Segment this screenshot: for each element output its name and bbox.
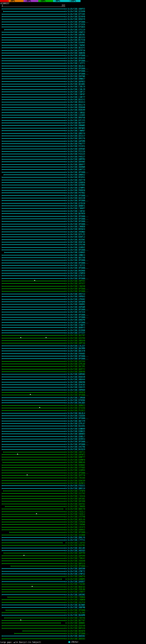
- hit-row[interactable]: UniRef100_Q6JWW5: [0, 604, 146, 606]
- alignment-bar[interactable]: [2, 107, 65, 108]
- hit-row[interactable]: UniRef100_B7TJH5: [0, 13, 146, 16]
- alignment-bar[interactable]: [2, 81, 65, 82]
- hit-row[interactable]: UniRef100_Q7ZU10: [0, 202, 146, 205]
- alignment-bar[interactable]: [2, 74, 65, 74]
- hit-label[interactable]: UniRef100_B57558: [68, 39, 85, 41]
- alignment-bar[interactable]: [2, 24, 65, 25]
- hit-label[interactable]: UniRef100_P15116: [68, 150, 85, 153]
- alignment-bar[interactable]: [2, 584, 65, 584]
- alignment-bar[interactable]: [2, 530, 65, 530]
- alignment-bar[interactable]: [2, 576, 65, 576]
- alignment-bar[interactable]: [2, 460, 65, 460]
- hit-row[interactable]: UniRef100_UPI000...: [0, 223, 146, 226]
- alignment-bar[interactable]: [2, 162, 65, 162]
- hit-row[interactable]: UniRef100_Q62787: [0, 334, 146, 337]
- hit-label[interactable]: UniRef100_A1CFH2: [68, 492, 85, 495]
- hit-row[interactable]: UniRef100_C4QZ48: [0, 285, 146, 288]
- hit-label[interactable]: UniRef100_Q9MTM3: [68, 158, 85, 160]
- hit-row[interactable]: UniRef100_UPI000...: [0, 215, 146, 218]
- hit-label[interactable]: UniRef100_Q7PL60: [68, 363, 85, 365]
- hit-row[interactable]: UniRef100_C5KTA6: [0, 617, 146, 619]
- hit-label[interactable]: UniRef100_A8HP55: [68, 8, 85, 10]
- alignment-bar[interactable]: [2, 405, 65, 406]
- alignment-bar[interactable]: [2, 130, 65, 131]
- hit-row[interactable]: UniRef100_Q59953: [0, 438, 146, 440]
- hit-label[interactable]: UniRef100_A9PB28: [68, 391, 85, 394]
- alignment-bar[interactable]: [2, 504, 65, 504]
- hit-label[interactable]: UniRef100_UPI000...: [68, 223, 89, 226]
- hit-label[interactable]: UniRef100_A9PB43: [68, 296, 85, 298]
- hit-row[interactable]: UniRef100_C4WR07: [0, 130, 146, 132]
- hit-row[interactable]: UniRef100_Q56YV8: [0, 624, 146, 627]
- alignment-bar[interactable]: [2, 498, 65, 499]
- hit-row[interactable]: UniRef100_Q61GY1: [0, 46, 146, 49]
- hit-label[interactable]: UniRef100_A2QRE4: [68, 469, 85, 472]
- alignment-bar[interactable]: [2, 574, 65, 574]
- alignment-bar[interactable]: [2, 268, 65, 268]
- alignment-bar[interactable]: [2, 332, 65, 333]
- hit-label[interactable]: UniRef100_Q9WVG2: [68, 174, 85, 176]
- alignment-bar[interactable]: [2, 364, 65, 364]
- hit-label[interactable]: UniRef100_Q96EP0: [68, 319, 85, 321]
- hit-label[interactable]: UniRef100_UPI000...: [68, 472, 89, 474]
- alignment-bar[interactable]: [2, 149, 65, 149]
- alignment-bar[interactable]: [2, 265, 65, 266]
- hit-label[interactable]: UniRef100_UPI000...: [68, 609, 89, 612]
- hit-row[interactable]: UniRef100_A3H711: [0, 451, 146, 454]
- hit-row[interactable]: UniRef100_A7TI57: [0, 332, 146, 334]
- hit-row[interactable]: UniRef100_C1E7J1: [0, 264, 146, 267]
- hit-label[interactable]: UniRef100_Q55JC7: [68, 135, 85, 137]
- alignment-bar[interactable]: [2, 527, 65, 528]
- alignment-bar[interactable]: [2, 120, 65, 120]
- alignment-bar[interactable]: [2, 50, 65, 51]
- hit-label[interactable]: UniRef100_Q80114: [68, 487, 85, 490]
- hit-label[interactable]: UniRef100_Q70MP1: [68, 187, 85, 189]
- alignment-bar[interactable]: [2, 522, 65, 522]
- hit-label[interactable]: UniRef100_C1BLC4: [68, 86, 85, 88]
- hit-row[interactable]: UniRef100_B3NH25: [0, 430, 146, 433]
- hit-label[interactable]: UniRef100_UPI000...: [68, 262, 89, 264]
- alignment-bar[interactable]: [22, 631, 65, 631]
- alignment-bar[interactable]: [2, 322, 65, 323]
- hit-row[interactable]: UniRef100_P49405: [0, 352, 146, 355]
- hit-label[interactable]: UniRef100_Q62787: [68, 334, 85, 337]
- alignment-bar[interactable]: [2, 410, 65, 411]
- hit-label[interactable]: UniRef100_Q2GYD4: [68, 337, 85, 340]
- hit-label[interactable]: UniRef100_C5P6X6: [68, 521, 85, 524]
- alignment-bar[interactable]: [2, 133, 65, 134]
- hit-row[interactable]: UniRef100_B5DX39: [0, 376, 146, 378]
- hit-row[interactable]: UniRef100_Q56FG6: [0, 241, 146, 244]
- alignment-bar[interactable]: [2, 71, 65, 71]
- hit-label[interactable]: UniRef100_Q65353: [68, 36, 85, 39]
- hit-label[interactable]: UniRef100_C4WR07: [68, 130, 85, 132]
- hit-row[interactable]: UniRef100_B7S0E4: [0, 26, 146, 28]
- alignment-bar[interactable]: [2, 398, 65, 398]
- hit-row[interactable]: UniRef100_UPI000...: [0, 218, 146, 220]
- alignment-bar[interactable]: [2, 454, 65, 455]
- hit-row[interactable]: UniRef100_UPI000...: [0, 355, 146, 358]
- alignment-bar[interactable]: [2, 112, 65, 113]
- alignment-bar[interactable]: [2, 594, 65, 595]
- alignment-bar[interactable]: [2, 296, 65, 297]
- alignment-bar[interactable]: [2, 589, 65, 590]
- hit-label[interactable]: UniRef100_UPI000...: [68, 440, 89, 443]
- alignment-bar[interactable]: [2, 66, 65, 66]
- hit-label[interactable]: UniRef100_B3RNF8: [68, 459, 85, 461]
- hit-row[interactable]: UniRef100_A8JEW1: [0, 238, 146, 241]
- hit-label[interactable]: UniRef100_B6TM59: [68, 212, 85, 215]
- hit-row[interactable]: UniRef100_B9SEY9: [0, 18, 146, 20]
- alignment-bar[interactable]: [2, 42, 65, 43]
- hit-label[interactable]: UniRef100_Q6EE80: [68, 568, 85, 570]
- hit-row[interactable]: UniRef100_A9ZT78: [0, 179, 146, 182]
- alignment-bar[interactable]: [2, 356, 65, 356]
- alignment-bar[interactable]: [2, 110, 65, 110]
- hit-row[interactable]: UniRef100_A9PH69: [0, 389, 146, 391]
- hit-row[interactable]: UniRef100_UPI000...: [0, 322, 146, 324]
- alignment-bar[interactable]: [2, 84, 65, 84]
- hit-row[interactable]: UniRef100_Q70MP1: [0, 187, 146, 189]
- alignment-bar[interactable]: [2, 439, 65, 439]
- hit-row[interactable]: UniRef100_B9KWN5: [0, 124, 146, 127]
- alignment-bar[interactable]: [2, 250, 65, 250]
- alignment-bar[interactable]: [2, 605, 65, 605]
- alignment-bar[interactable]: [2, 416, 65, 416]
